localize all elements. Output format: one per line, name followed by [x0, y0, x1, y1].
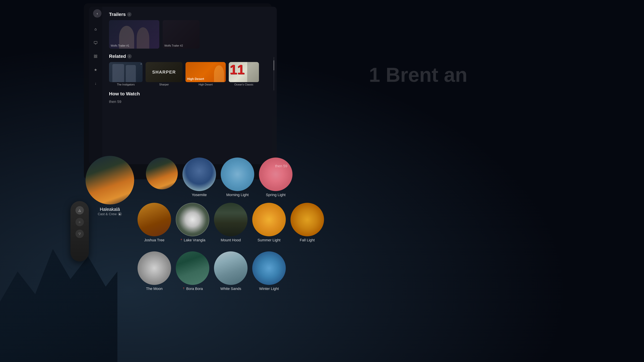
wallpaper-circle-spring-light: [259, 158, 292, 191]
scroll-indicator: [274, 57, 274, 90]
svg-rect-0: [94, 41, 97, 43]
sidebar-home-icon[interactable]: ⌂: [92, 25, 100, 33]
wallpaper-row-1: Yosemite Morning Light Spring Light: [146, 158, 292, 197]
trailers-row: Wolfs Trailer #1 Wolfs Trailer #2: [109, 20, 270, 49]
trailers-section: Trailers i Wolfs Trailer #1 Wolfs Traile…: [109, 12, 270, 49]
featured-wallpaper-container: Haleakalā Cast & Crew ▶: [86, 156, 134, 216]
related-label-oceans: Ocean's Classic: [229, 83, 259, 86]
cast-crew-label: Cast & Crew: [98, 212, 116, 216]
wallpaper-item-partial: [146, 158, 178, 197]
wallpaper-item-white-sands[interactable]: White Sands: [214, 251, 248, 291]
wallpaper-name-lake-vrangla: 📍 Lake Vrangla: [180, 238, 206, 242]
trailer-item-1[interactable]: Wolfs Trailer #1: [109, 20, 159, 49]
related-section: Related i ● The Instigators: [109, 54, 270, 86]
wallpaper-item-lake-vrangla[interactable]: 📍 Lake Vrangla: [176, 203, 209, 242]
then59-floating: then 59: [275, 164, 287, 168]
svg-rect-3: [94, 57, 95, 58]
cast-crew-btn[interactable]: Cast & Crew ▶: [98, 212, 122, 216]
sidebar: ⌕ ⌂ ★ ↓: [89, 7, 102, 164]
wallpaper-circle-yosemite: [182, 158, 216, 191]
svg-rect-1: [94, 55, 95, 56]
sidebar-grid-icon[interactable]: [92, 52, 100, 60]
wallpaper-name-summer-light: Summer Light: [258, 238, 280, 242]
wallpaper-circle-winter-light: [252, 251, 286, 285]
wallpaper-circle-white-sands: [214, 251, 248, 285]
sharper-text: SHARPER: [152, 69, 176, 75]
bora-bora-pin-icon: 📍: [182, 287, 185, 290]
wallpaper-item-fall-light[interactable]: Fall Light: [290, 203, 324, 242]
wallpaper-circle-summer-light: [252, 203, 286, 236]
featured-wallpaper-circle[interactable]: [86, 156, 134, 204]
related-card-high-desert[interactable]: High Desert High Desert: [186, 62, 226, 86]
wallpaper-name-fall-light: Fall Light: [300, 238, 314, 242]
related-header: Related i: [109, 54, 270, 59]
wallpaper-name-spring-light: Spring Light: [266, 193, 286, 197]
trailer-label-2: Wolfs Trailer #2: [164, 44, 183, 47]
wallpaper-name-bora-bora: 📍 Bora Bora: [182, 287, 203, 291]
related-card-sharper[interactable]: SHARPER Sharper: [146, 62, 182, 86]
related-title: Related: [109, 54, 126, 59]
remote-bottom-btn[interactable]: ▽: [76, 230, 84, 238]
svg-rect-2: [96, 55, 97, 56]
wallpaper-name-mount-hood: Mount Hood: [221, 238, 241, 242]
wallpaper-name-yosemite: Yosemite: [192, 193, 207, 197]
trailer-label-1: Wolfs Trailer #1: [111, 44, 129, 47]
wallpaper-circle-mount-hood: [214, 203, 248, 236]
remote-control: △ ○ ▽: [70, 201, 89, 261]
then59-label: then 59: [109, 99, 270, 104]
scroll-thumb: [274, 60, 274, 70]
wallpaper-item-bora-bora[interactable]: 📍 Bora Bora: [176, 251, 209, 291]
trailers-title: Trailers: [109, 12, 126, 17]
wallpaper-name-morning-light: Morning Light: [226, 193, 248, 197]
wallpaper-row-2: Joshua Tree 📍 Lake Vrangla Mount Hood Su…: [138, 203, 324, 242]
wallpaper-item-mount-hood[interactable]: Mount Hood: [214, 203, 248, 242]
wallpaper-circle-morning-light: [221, 158, 254, 191]
related-label-instigators: The Instigators: [109, 83, 142, 86]
howtowatch-section: How to Watch then 59: [109, 91, 270, 104]
howtowatch-header: How to Watch: [109, 91, 270, 96]
related-card-instigators[interactable]: ● The Instigators: [109, 62, 142, 86]
wallpaper-item-morning-light[interactable]: Morning Light: [221, 158, 254, 197]
svg-rect-4: [96, 57, 97, 58]
wallpaper-circle-the-moon: [138, 251, 171, 285]
wallpaper-partial-circle: [146, 158, 178, 189]
sidebar-download-icon[interactable]: ↓: [92, 80, 100, 87]
related-card-oceans[interactable]: 11 Ocean's Classic: [229, 62, 259, 86]
lake-vrangla-pin-icon: 📍: [180, 239, 183, 242]
oceans-eleven-number: 11: [230, 63, 244, 76]
main-content-area: Trailers i Wolfs Trailer #1 Wolfs Traile…: [102, 7, 277, 164]
wallpaper-name-the-moon: The Moon: [146, 287, 162, 291]
wallpaper-item-summer-light[interactable]: Summer Light: [252, 203, 286, 242]
related-row: ● The Instigators SHARPER Sharper High D…: [109, 62, 270, 86]
related-label-high-desert: High Desert: [186, 83, 226, 86]
cast-crew-arrow-icon[interactable]: ▶: [118, 212, 122, 216]
featured-wallpaper-name: Haleakalā: [100, 207, 120, 212]
wallpaper-item-joshua-tree[interactable]: Joshua Tree: [138, 203, 171, 242]
brent-text-overlay: 1 Brent an: [369, 64, 486, 86]
sidebar-star-icon[interactable]: ★: [92, 66, 100, 74]
howtowatch-title: How to Watch: [109, 91, 140, 96]
wallpaper-item-yosemite[interactable]: Yosemite: [182, 158, 216, 197]
trailer-item-2[interactable]: Wolfs Trailer #2: [163, 20, 200, 49]
high-desert-text: High Desert: [187, 77, 204, 81]
wallpaper-circle-lake-vrangla: [176, 203, 209, 236]
wallpaper-circle-bora-bora: [176, 251, 209, 285]
wallpaper-item-the-moon[interactable]: The Moon: [138, 251, 171, 291]
wallpaper-circle-fall-light: [290, 203, 324, 236]
trailers-info-icon[interactable]: i: [127, 12, 132, 16]
wallpaper-item-winter-light[interactable]: Winter Light: [252, 251, 286, 291]
related-info-icon[interactable]: i: [127, 54, 132, 58]
trailers-header: Trailers i: [109, 12, 270, 17]
wallpaper-circle-joshua-tree: [138, 203, 171, 236]
wallpaper-name-joshua-tree: Joshua Tree: [144, 238, 164, 242]
wallpaper-name-winter-light: Winter Light: [259, 287, 279, 291]
sidebar-tv-icon[interactable]: [92, 39, 100, 46]
remote-top-btn[interactable]: △: [76, 206, 84, 215]
remote-middle-btn[interactable]: ○: [76, 218, 84, 226]
back-button[interactable]: ‹: [93, 9, 102, 17]
wallpaper-name-white-sands: White Sands: [220, 287, 241, 291]
wallpaper-row-3: The Moon 📍 Bora Bora White Sands Winter …: [138, 251, 286, 291]
related-label-sharper: Sharper: [146, 83, 182, 86]
wallpaper-item-spring-light[interactable]: Spring Light: [259, 158, 292, 197]
